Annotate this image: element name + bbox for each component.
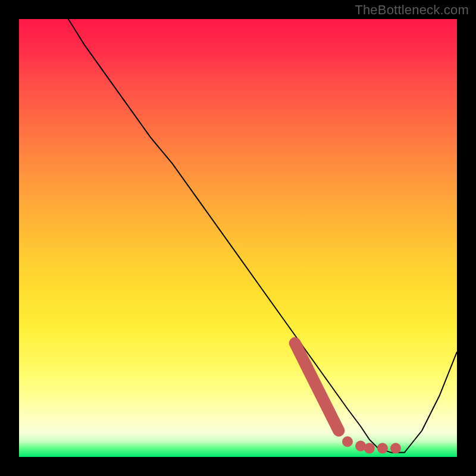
plot-area [19,19,457,457]
highlight-dot [377,443,388,453]
highlight-dot [342,436,353,447]
chart-svg [19,19,457,457]
watermark-text: TheBottleneck.com [355,2,469,18]
highlight-dots [342,436,401,453]
highlight-dot [390,443,401,453]
chart-frame: TheBottleneck.com [0,0,476,476]
series-curve [19,19,457,453]
highlight-dot [364,443,375,453]
